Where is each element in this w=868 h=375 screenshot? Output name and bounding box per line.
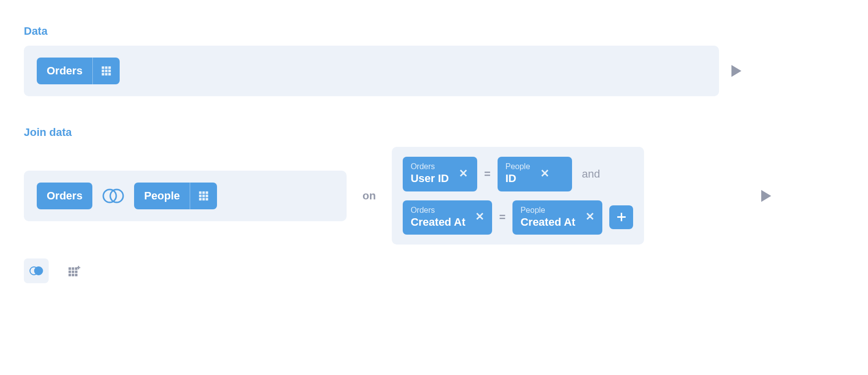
field-name-label: User ID	[411, 172, 449, 186]
condition-right-field[interactable]: People Created At ✕	[512, 200, 602, 235]
condition-row: Orders Created At ✕ = People Created At …	[403, 200, 633, 235]
join-tables-panel: Orders People	[24, 171, 347, 221]
source-table-label: Orders	[37, 58, 92, 84]
join-action-bar	[24, 258, 844, 283]
join-section-title: Join data	[24, 126, 844, 139]
svg-rect-16	[206, 194, 208, 197]
field-name-label: Created At	[411, 215, 465, 229]
svg-rect-8	[108, 73, 111, 75]
field-table-label: People	[506, 162, 530, 172]
svg-rect-4	[105, 69, 108, 72]
join-mode-button[interactable]	[24, 258, 49, 283]
svg-rect-1	[105, 66, 108, 69]
condition-left-field[interactable]: Orders User ID ✕	[403, 157, 477, 191]
svg-rect-12	[203, 191, 205, 193]
on-label: on	[359, 189, 380, 202]
svg-rect-19	[206, 198, 208, 200]
equals-label: =	[484, 168, 491, 181]
field-name-label: ID	[506, 172, 530, 186]
svg-rect-26	[72, 271, 74, 273]
svg-rect-29	[72, 274, 74, 276]
svg-rect-13	[206, 191, 208, 193]
table-grid-icon[interactable]	[92, 58, 120, 84]
join-left-table-chip[interactable]: Orders	[37, 183, 92, 209]
svg-rect-27	[75, 271, 77, 273]
remove-field-icon[interactable]: ✕	[458, 167, 469, 180]
join-conditions-panel: Orders User ID ✕ = People ID ✕	[392, 147, 644, 245]
condition-right-field[interactable]: People ID ✕	[498, 157, 572, 191]
svg-rect-7	[105, 73, 108, 75]
condition-left-field[interactable]: Orders Created At ✕	[403, 200, 492, 235]
join-left-table-label: Orders	[37, 183, 92, 209]
equals-label: =	[499, 211, 506, 224]
remove-field-icon[interactable]: ✕	[474, 210, 485, 223]
svg-rect-6	[102, 73, 104, 75]
svg-rect-30	[75, 274, 77, 276]
svg-rect-15	[203, 194, 205, 197]
svg-rect-5	[108, 69, 111, 72]
remove-field-icon[interactable]: ✕	[584, 210, 595, 223]
add-data-button[interactable]	[63, 258, 87, 283]
svg-rect-23	[72, 267, 74, 270]
join-right-table-label: People	[134, 183, 190, 209]
svg-rect-28	[69, 274, 71, 276]
data-source-panel: Orders	[24, 46, 719, 96]
svg-rect-32	[77, 267, 80, 268]
table-grid-icon[interactable]	[190, 183, 217, 209]
svg-rect-3	[102, 69, 104, 72]
next-step-arrow-icon[interactable]	[730, 63, 743, 78]
field-table-label: People	[520, 205, 575, 215]
field-table-label: Orders	[411, 205, 465, 215]
svg-rect-17	[199, 198, 202, 200]
condition-row: Orders User ID ✕ = People ID ✕	[403, 157, 633, 191]
next-step-arrow-icon[interactable]	[760, 188, 773, 203]
field-name-label: Created At	[520, 215, 575, 229]
svg-rect-25	[69, 271, 71, 273]
field-table-label: Orders	[411, 162, 449, 172]
and-label: and	[579, 168, 603, 181]
add-condition-button[interactable]	[609, 205, 633, 229]
svg-point-21	[35, 267, 43, 275]
join-right-table-chip[interactable]: People	[134, 183, 217, 209]
svg-rect-18	[203, 198, 205, 200]
svg-rect-14	[199, 194, 202, 197]
data-section-title: Data	[24, 25, 844, 38]
join-type-icon[interactable]	[102, 187, 124, 205]
svg-rect-0	[102, 66, 104, 69]
source-table-chip[interactable]: Orders	[37, 58, 120, 84]
remove-field-icon[interactable]: ✕	[539, 167, 550, 180]
svg-rect-2	[108, 66, 111, 69]
svg-rect-22	[69, 267, 71, 270]
svg-rect-11	[199, 191, 202, 193]
